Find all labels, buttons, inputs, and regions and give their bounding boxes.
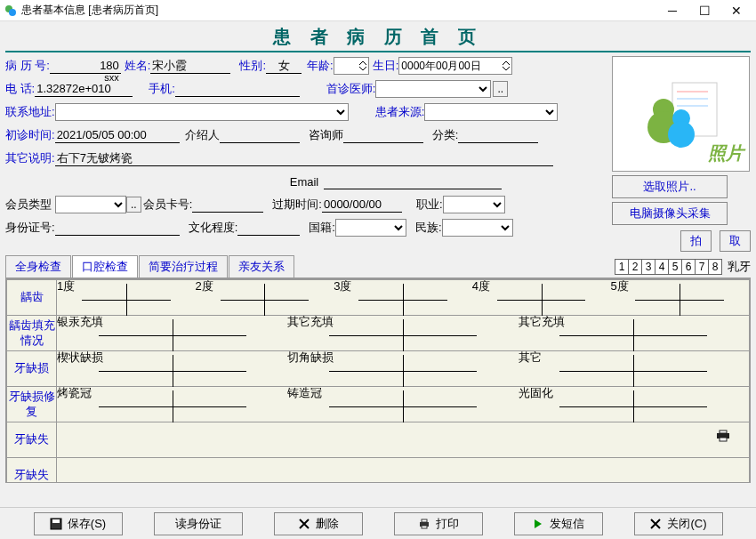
source-label: 患者来源: — [375, 104, 425, 120]
printer-icon[interactable] — [715, 430, 731, 445]
tab-full-exam[interactable]: 全身检查 — [5, 255, 71, 278]
addr-select[interactable] — [55, 103, 349, 121]
close-button[interactable]: 关闭(C) — [634, 512, 723, 535]
first-visit-input[interactable] — [55, 127, 180, 143]
member-type-label: 会员类型 — [5, 197, 52, 213]
svg-rect-12 — [720, 438, 727, 441]
education-label: 文化程度: — [189, 220, 238, 236]
svg-point-1 — [9, 9, 16, 16]
grid-row-data[interactable] — [57, 458, 750, 484]
grid-row-label: 牙缺失 — [7, 458, 57, 484]
grid-row-data[interactable]: 银汞充填其它充填其它充填 — [57, 316, 750, 351]
category-label: 分类: — [432, 127, 459, 143]
remarks-input[interactable] — [55, 150, 553, 166]
birthday-input[interactable]: 0000年00月00日 — [398, 57, 512, 75]
tooth-6[interactable]: 6 — [681, 259, 696, 275]
tooth-3[interactable]: 3 — [641, 259, 655, 275]
mobile-label: 手机: — [149, 81, 175, 97]
source-select[interactable] — [424, 103, 558, 121]
grid-row-label: 牙缺损 — [7, 351, 57, 387]
pinyin-text: sxx — [104, 72, 119, 83]
select-photo-button[interactable]: 选取照片.. — [612, 175, 728, 198]
bottom-toolbar: 保存(S) 读身份证 删除 打印 发短信 关闭(C) — [0, 507, 756, 539]
member-type-more-button[interactable]: .. — [126, 197, 141, 213]
photo-label: 照片 — [708, 141, 744, 165]
tooth-2[interactable]: 2 — [628, 259, 642, 275]
sms-button[interactable]: 发短信 — [514, 512, 603, 535]
titlebar: 患者基本信息 [患者病历首页] ─ ☐ ✕ — [0, 0, 756, 21]
grid-row-data[interactable]: 1度2度3度4度5度 — [57, 280, 750, 316]
name-label: 姓名: — [125, 58, 151, 74]
nationality-select[interactable] — [335, 219, 406, 237]
close-window-button[interactable]: ✕ — [720, 1, 752, 20]
occupation-label: 职业: — [416, 197, 443, 213]
oral-exam-grid: 龋齿1度2度3度4度5度龋齿填充情况银汞充填其它充填其它充填牙缺损楔状缺损切角缺… — [5, 278, 751, 483]
tab-oral-exam[interactable]: 口腔检查 — [72, 255, 138, 278]
grid-row-data[interactable] — [57, 422, 750, 458]
expire-input[interactable] — [322, 197, 402, 213]
tab-relatives[interactable]: 亲友关系 — [229, 255, 294, 278]
close-icon — [649, 518, 662, 530]
idcard-input[interactable] — [55, 220, 180, 236]
remarks-label: 其它说明: — [5, 150, 55, 166]
page-title: 患 者 病 历 首 页 — [5, 25, 751, 52]
save-button[interactable]: 保存(S) — [34, 512, 123, 535]
grid-row-label: 牙缺损修 复 — [7, 387, 57, 422]
addr-label: 联系地址: — [5, 104, 55, 120]
tooth-1[interactable]: 1 — [615, 259, 629, 275]
gender-input[interactable] — [266, 58, 302, 74]
gender-label: 性别: — [239, 58, 266, 74]
member-type-select[interactable] — [55, 196, 126, 213]
capture-button[interactable]: 拍 — [680, 230, 712, 252]
play-icon — [532, 518, 544, 530]
save-icon — [50, 518, 62, 530]
name-input[interactable] — [150, 58, 230, 74]
delete-button[interactable]: 删除 — [274, 512, 363, 535]
education-input[interactable] — [237, 220, 300, 236]
tooth-7[interactable]: 7 — [695, 259, 709, 275]
grid-row-label: 龋齿填充情况 — [7, 316, 57, 351]
print-button[interactable]: 打印 — [394, 512, 483, 535]
grid-row-data[interactable]: 烤瓷冠铸造冠光固化 — [57, 387, 750, 422]
maximize-button[interactable]: ☐ — [688, 1, 720, 20]
introducer-input[interactable] — [220, 127, 300, 143]
camera-capture-button[interactable]: 电脑摄像头采集 — [612, 202, 728, 225]
ethnicity-select[interactable] — [442, 219, 513, 237]
tooth-8[interactable]: 8 — [708, 259, 722, 275]
email-input[interactable] — [324, 173, 502, 189]
tab-treatment[interactable]: 简要治疗过程 — [139, 255, 228, 278]
first-doctor-label: 首诊医师: — [326, 81, 376, 97]
minimize-button[interactable]: ─ — [656, 1, 688, 20]
phone-input[interactable] — [35, 81, 133, 97]
grid-row-label: 牙缺失 — [7, 422, 57, 458]
tooth-number-selector: 1 2 3 4 5 6 7 8 — [615, 259, 722, 275]
consultant-input[interactable] — [343, 127, 423, 143]
record-no-label: 病 历 号: — [5, 58, 50, 74]
svg-point-9 — [668, 121, 695, 148]
phone-label: 电 话: — [5, 81, 35, 97]
nationality-label: 国籍: — [309, 220, 335, 236]
age-spinner[interactable] — [334, 57, 369, 75]
app-icon — [4, 4, 18, 18]
baby-tooth-label: 乳牙 — [728, 259, 751, 275]
member-card-label: 会员卡号: — [143, 197, 193, 213]
tooth-5[interactable]: 5 — [668, 259, 682, 275]
idcard-label: 身份证号: — [5, 220, 55, 236]
doctor-more-button[interactable]: .. — [493, 81, 508, 97]
photo-box: 照片 — [612, 56, 750, 172]
first-doctor-select[interactable] — [375, 80, 491, 98]
occupation-select[interactable] — [443, 196, 505, 213]
mobile-input[interactable] — [175, 81, 300, 97]
age-label: 年龄: — [307, 58, 334, 74]
category-input[interactable] — [458, 127, 538, 143]
expire-label: 过期时间: — [272, 197, 322, 213]
grid-row-data[interactable]: 楔状缺损切角缺损其它 — [57, 351, 750, 387]
window-title: 患者基本信息 [患者病历首页] — [21, 3, 656, 18]
svg-rect-16 — [422, 519, 427, 522]
grid-row-label: 龋齿 — [7, 280, 57, 316]
print-icon — [418, 518, 430, 530]
read-id-button[interactable]: 读身份证 — [154, 512, 243, 535]
tooth-4[interactable]: 4 — [655, 259, 669, 275]
member-card-input[interactable] — [192, 197, 263, 213]
take-button[interactable]: 取 — [720, 230, 751, 252]
